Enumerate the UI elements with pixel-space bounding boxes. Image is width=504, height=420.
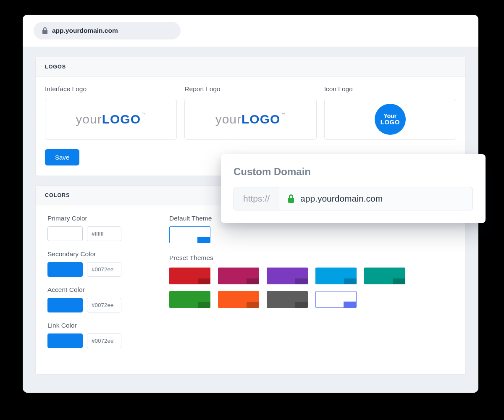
- icon-logo-card[interactable]: Your LOGO: [324, 99, 456, 140]
- preset-themes-row-2: [169, 291, 454, 308]
- preset-theme-chip[interactable]: [267, 291, 308, 308]
- browser-toolbar: app.yourdomain.com: [23, 15, 478, 47]
- preset-theme-chip[interactable]: [315, 291, 357, 308]
- secure-lock-icon: [288, 194, 294, 203]
- preset-theme-chip[interactable]: [364, 268, 405, 284]
- report-logo-label: Report Logo: [184, 85, 316, 93]
- themes-column: Default Theme Preset Themes: [169, 215, 454, 357]
- report-logo-column: Report Logo yourLOGO™: [184, 85, 316, 140]
- custom-domain-input[interactable]: https:// app.yourdomain.com: [234, 187, 473, 210]
- secondary-color-input[interactable]: [87, 262, 121, 277]
- icon-logo-column: Icon Logo Your LOGO: [324, 85, 456, 140]
- preset-theme-chip[interactable]: [169, 291, 210, 308]
- interface-logo-column: Interface Logo yourLOGO™: [45, 85, 177, 140]
- icon-logo-placeholder: Your LOGO: [375, 104, 406, 135]
- primary-color-label: Primary Color: [47, 215, 144, 222]
- preset-theme-chip[interactable]: [315, 268, 357, 284]
- protocol-prefix: https://: [234, 187, 279, 210]
- accent-color-swatch[interactable]: [47, 298, 83, 312]
- logos-panel-header: LOGOS: [36, 57, 465, 77]
- link-color-swatch[interactable]: [47, 333, 83, 348]
- lock-icon: [42, 27, 48, 34]
- primary-color-input[interactable]: [87, 226, 121, 241]
- icon-logo-label: Icon Logo: [324, 85, 456, 93]
- custom-domain-popup: Custom Domain https:// app.yourdomain.co…: [221, 154, 486, 223]
- address-bar[interactable]: app.yourdomain.com: [34, 22, 181, 39]
- custom-domain-title: Custom Domain: [234, 166, 473, 178]
- report-logo-placeholder: yourLOGO™: [215, 112, 286, 126]
- link-color-input[interactable]: [87, 333, 121, 348]
- save-button[interactable]: Save: [45, 149, 79, 165]
- accent-color-label: Accent Color: [47, 286, 144, 294]
- secondary-color-swatch[interactable]: [47, 262, 83, 277]
- preset-theme-chip[interactable]: [218, 291, 259, 308]
- interface-logo-placeholder: yourLOGO™: [76, 112, 146, 126]
- colors-panel-body: Primary Color Secondary Color: [36, 205, 465, 374]
- link-color-label: Link Color: [47, 322, 144, 329]
- preset-themes-label: Preset Themes: [169, 254, 454, 262]
- logos-section-title: LOGOS: [45, 64, 456, 70]
- preset-theme-chip[interactable]: [267, 268, 308, 284]
- custom-domain-value: app.yourdomain.com: [300, 194, 383, 204]
- interface-logo-label: Interface Logo: [45, 85, 177, 93]
- colors-left-column: Primary Color Secondary Color: [47, 215, 144, 357]
- preset-themes-row-1: [169, 268, 454, 284]
- report-logo-card[interactable]: yourLOGO™: [184, 99, 316, 140]
- interface-logo-card[interactable]: yourLOGO™: [45, 99, 177, 140]
- preset-theme-chip[interactable]: [169, 268, 210, 284]
- accent-color-input[interactable]: [87, 298, 121, 312]
- primary-color-swatch[interactable]: [47, 226, 83, 241]
- default-theme-chip[interactable]: [169, 226, 210, 243]
- preset-theme-chip[interactable]: [218, 268, 259, 284]
- secondary-color-label: Secondary Color: [47, 250, 144, 258]
- url-text: app.yourdomain.com: [52, 27, 118, 34]
